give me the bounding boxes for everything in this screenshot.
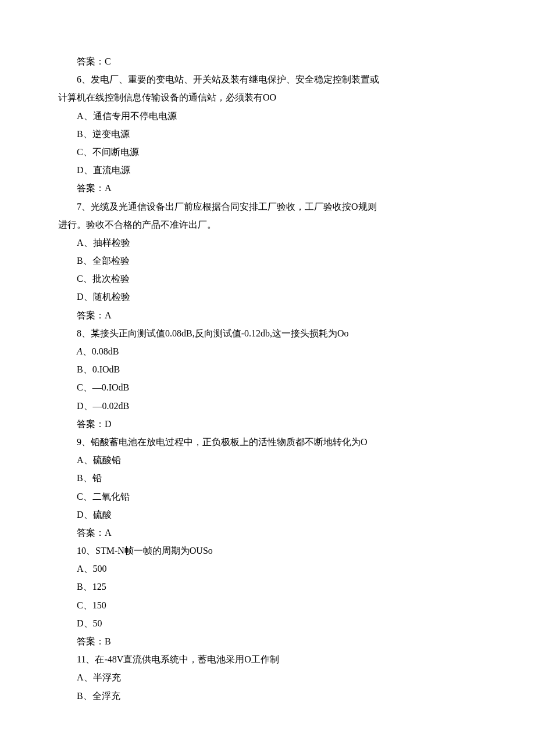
text-line: D、硫酸 [58,506,477,524]
text-line: 10、STM-N帧一帧的周期为OUSo [58,542,477,560]
text-line: 进行。验收不合格的产品不准许出厂。 [58,216,477,234]
text-line: A、通信专用不停电电源 [58,107,477,125]
text-line: 计算机在线控制信息传输设备的通信站，必须装有OO [58,88,477,106]
text-line: 答案：C [58,52,477,70]
text-line: C、批次检验 [58,270,477,288]
document-page: 答案：C6、发电厂、重要的变电站、开关站及装有继电保护、安全稳定控制装置或计算机… [0,0,535,756]
text-line: A、500 [58,560,477,578]
text-line: B、逆变电源 [58,125,477,143]
text-line: A、半浮充 [58,668,477,686]
text-line: A、硫酸铅 [58,451,477,469]
text-segment: 、0.08dB [83,346,119,356]
text-line: 答案：A [58,179,477,197]
text-line: C、不间断电源 [58,143,477,161]
text-line: A、抽样检验 [58,234,477,252]
text-line: B、全浮充 [58,687,477,705]
text-line: 7、光缆及光通信设备出厂前应根据合同安排工厂验收，工厂验收按O规则 [58,198,477,216]
text-line: 11、在-48V直流供电系统中，蓄电池采用O工作制 [58,650,477,668]
text-line: 8、某接头正向测试值0.08dB,反向测试值-0.12db,这一接头损耗为Oo [58,324,477,342]
italic-letter: A [77,346,83,356]
text-line: C、二氧化铅 [58,488,477,506]
text-line: 9、铅酸蓄电池在放电过程中，正负极板上的活性物质都不断地转化为O [58,433,477,451]
text-line: B、铅 [58,469,477,487]
text-line: A、0.08dB [58,342,477,360]
text-line: D、直流电源 [58,161,477,179]
text-line: 答案：A [58,306,477,324]
text-line: C、—0.IOdB [58,378,477,396]
text-line: B、125 [58,578,477,596]
text-line: C、150 [58,596,477,614]
text-line: 6、发电厂、重要的变电站、开关站及装有继电保护、安全稳定控制装置或 [58,70,477,88]
text-line: 答案：D [58,415,477,433]
text-line: D、50 [58,614,477,632]
text-line: D、—0.02dB [58,397,477,415]
text-line: B、全部检验 [58,252,477,270]
text-line: 答案：A [58,524,477,542]
text-line: D、随机检验 [58,288,477,306]
text-line: B、0.IOdB [58,360,477,378]
text-line: 答案：B [58,632,477,650]
